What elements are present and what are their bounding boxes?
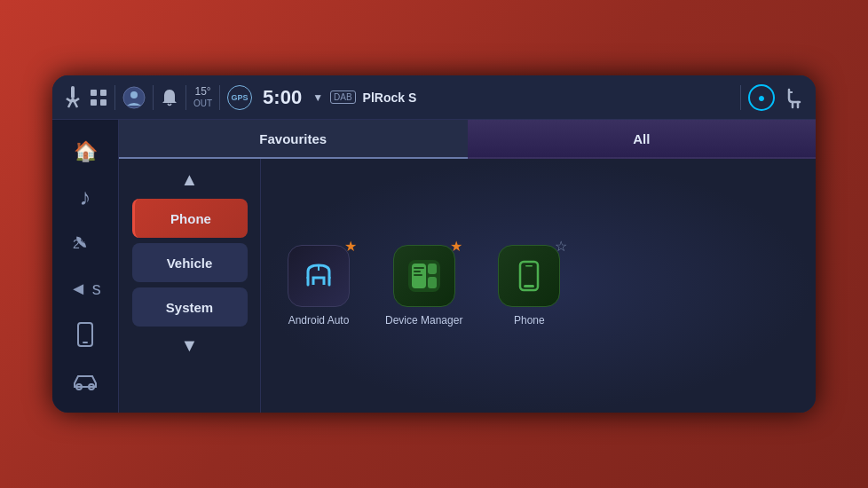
app-phone[interactable]: ☆ Phone xyxy=(498,245,560,327)
device-manager-icon xyxy=(393,245,455,307)
divider-2 xyxy=(153,85,154,110)
svg-rect-3 xyxy=(91,99,97,106)
svg-rect-17 xyxy=(414,267,424,269)
svg-rect-18 xyxy=(414,271,421,272)
svg-rect-0 xyxy=(71,86,75,98)
svg-rect-2 xyxy=(100,90,107,96)
app-android-auto[interactable]: ★ Android Auto xyxy=(288,245,350,327)
app-device-manager[interactable]: ★ Device Manager xyxy=(385,245,462,327)
svg-rect-1 xyxy=(91,90,97,96)
notification-icon[interactable] xyxy=(161,88,178,107)
scroll-up-button[interactable]: ▲ xyxy=(181,166,199,193)
svg-rect-22 xyxy=(525,265,533,267)
time-arrow: ▼ xyxy=(312,91,323,104)
car-screen: 15° OUT GPS 5:00 ▼ DAB PlRock S ● xyxy=(52,75,816,413)
phone-app-label: Phone xyxy=(514,314,545,327)
car-nav-icon[interactable] xyxy=(66,361,105,400)
outer-frame: 15° OUT GPS 5:00 ▼ DAB PlRock S ● xyxy=(0,0,868,488)
svg-rect-21 xyxy=(524,285,534,287)
menu-phone-button[interactable]: Phone xyxy=(132,199,248,238)
temperature-display: 15° OUT xyxy=(193,85,212,108)
user-icon[interactable] xyxy=(122,86,146,109)
mobile-nav-icon[interactable] xyxy=(66,315,105,354)
divider-3 xyxy=(185,85,186,110)
phone-nav-icon[interactable]: 2⁺ xyxy=(66,224,105,263)
device-manager-label: Device Manager xyxy=(385,314,462,327)
menu-vehicle-button[interactable]: Vehicle xyxy=(132,243,248,282)
tab-all[interactable]: All xyxy=(468,120,817,159)
phone-app-icon xyxy=(498,245,560,307)
svg-rect-16 xyxy=(428,277,437,288)
circle-button[interactable]: ● xyxy=(748,84,775,111)
divider-5 xyxy=(740,85,741,110)
device-manager-star[interactable]: ★ xyxy=(450,238,462,255)
dab-badge: DAB xyxy=(330,91,356,104)
volume-nav-icon[interactable]: ◄ s xyxy=(66,270,105,309)
music-nav-icon[interactable]: ♪ xyxy=(66,177,105,216)
left-sidebar: 🏠 ♪ 2⁺ ◄ s xyxy=(52,120,119,413)
gps-icon: GPS xyxy=(227,85,252,110)
left-menu-panel: ▲ Phone Vehicle System ▼ xyxy=(119,159,261,413)
apps-inner: ▲ Phone Vehicle System ▼ xyxy=(119,159,816,413)
content-area: Favourites All ▲ Phone V xyxy=(119,120,816,413)
tabs-bar: Favourites All xyxy=(119,120,816,159)
svg-rect-19 xyxy=(414,274,422,276)
apps-grid-icon[interactable] xyxy=(90,89,107,106)
svg-rect-15 xyxy=(428,264,437,274)
status-bar: 15° OUT GPS 5:00 ▼ DAB PlRock S ● xyxy=(52,75,816,120)
main-area: 🏠 ♪ 2⁺ ◄ s xyxy=(52,120,816,413)
svg-rect-10 xyxy=(83,342,88,343)
seatbelt-icon xyxy=(63,86,83,109)
time-display: 5:00 xyxy=(263,86,302,109)
apps-grid: ★ Android Auto xyxy=(261,159,816,413)
android-auto-label: Android Auto xyxy=(288,314,350,327)
divider-1 xyxy=(114,85,115,110)
svg-point-6 xyxy=(130,91,138,98)
tab-favourites[interactable]: Favourites xyxy=(119,120,468,159)
android-auto-star[interactable]: ★ xyxy=(344,238,357,255)
svg-rect-4 xyxy=(100,99,107,106)
phone-app-star[interactable]: ☆ xyxy=(555,238,567,255)
home-nav-icon[interactable]: 🏠 xyxy=(66,132,105,171)
station-name: PlRock S xyxy=(363,91,733,105)
divider-4 xyxy=(219,85,220,110)
seat-icon[interactable] xyxy=(785,86,805,109)
android-auto-icon xyxy=(288,245,350,307)
menu-system-button[interactable]: System xyxy=(132,287,248,327)
scroll-down-button[interactable]: ▼ xyxy=(181,332,199,359)
